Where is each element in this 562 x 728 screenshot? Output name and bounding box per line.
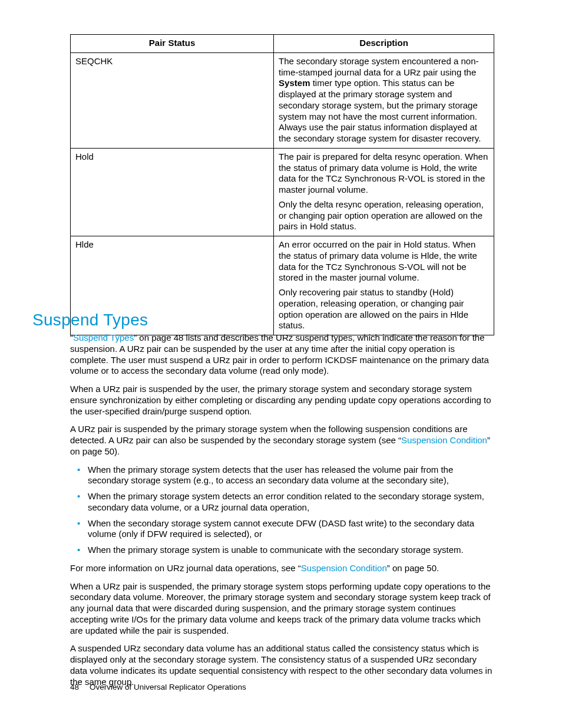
page-footer: 48Overview of Universal Replicator Opera… [70, 683, 246, 693]
table-header-desc: Description [274, 35, 494, 53]
pair-status-table-wrap: Pair Status Description SEQCHKThe second… [70, 34, 494, 335]
pair-status-table: Pair Status Description SEQCHKThe second… [70, 34, 494, 335]
para-3: A URz pair is suspended by the primary s… [70, 424, 494, 457]
cell-desc: The secondary storage system encountered… [274, 52, 494, 148]
footer-title: Overview of Universal Replicator Operati… [90, 683, 246, 691]
body-text: “Suspend Types” on page 48 lists and des… [70, 332, 494, 694]
cell-desc: The pair is prepared for delta resync op… [274, 148, 494, 236]
para-1: “Suspend Types” on page 48 lists and des… [70, 332, 494, 377]
para-6: A suspended URz secondary data volume ha… [70, 643, 494, 687]
table-header-status: Pair Status [71, 35, 274, 53]
section-heading: Suspend Types [32, 309, 148, 330]
list-item: When the primary storage system is unabl… [70, 545, 494, 556]
table-row: HoldThe pair is prepared for delta resyn… [71, 148, 494, 236]
cell-status: SEQCHK [71, 52, 274, 148]
para-4: For more information on URz journal data… [70, 563, 494, 574]
list-item: When the secondary storage system cannot… [70, 518, 494, 541]
para-5: When a URz pair is suspended, the primar… [70, 581, 494, 637]
cell-desc: An error occurred on the pair in Hold st… [274, 236, 494, 335]
table-row: SEQCHKThe secondary storage system encou… [71, 52, 494, 148]
list-item: When the primary storage system detects … [70, 491, 494, 513]
list-item: When the primary storage system detects … [70, 465, 494, 487]
link-suspension-condition-1[interactable]: Suspension Condition [401, 435, 487, 445]
link-suspend-types[interactable]: Suspend Types [73, 332, 134, 342]
bullet-list: When the primary storage system detects … [70, 465, 494, 556]
cell-status: Hold [71, 148, 274, 236]
para-2: When a URz pair is suspended by the user… [70, 384, 494, 417]
page-number: 48 [70, 683, 79, 691]
link-suspension-condition-2[interactable]: Suspension Condition [301, 563, 387, 573]
